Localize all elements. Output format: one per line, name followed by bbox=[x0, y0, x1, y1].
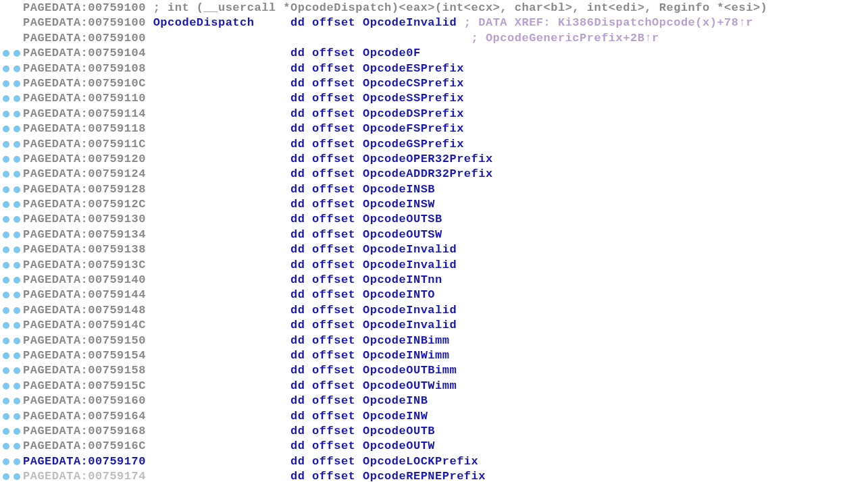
breakpoint-dot-icon[interactable] bbox=[3, 383, 9, 390]
address[interactable]: PAGEDATA:00759108 bbox=[23, 62, 153, 75]
opcode-symbol[interactable]: OpcodeSSPrefix bbox=[363, 92, 464, 105]
gutter[interactable] bbox=[0, 409, 23, 424]
gutter[interactable] bbox=[0, 91, 23, 106]
address[interactable]: PAGEDATA:00759124 bbox=[23, 167, 153, 180]
opcode-symbol[interactable]: OpcodeInvalid bbox=[363, 16, 457, 29]
breakpoint-dot-icon[interactable] bbox=[3, 246, 9, 253]
opcode-symbol[interactable]: OpcodeDSPrefix bbox=[363, 107, 464, 120]
trace-dot-icon[interactable] bbox=[14, 428, 20, 435]
trace-dot-icon[interactable] bbox=[14, 322, 20, 329]
trace-dot-icon[interactable] bbox=[14, 246, 20, 253]
trace-dot-icon[interactable] bbox=[14, 443, 20, 450]
breakpoint-dot-icon[interactable] bbox=[3, 307, 9, 314]
gutter[interactable] bbox=[0, 303, 23, 318]
trace-dot-icon[interactable] bbox=[14, 398, 20, 404]
listing-row[interactable]: PAGEDATA:0075913C dd offset OpcodeInvali… bbox=[0, 258, 868, 273]
address[interactable]: PAGEDATA:00759150 bbox=[23, 334, 153, 347]
address[interactable]: PAGEDATA:00759110 bbox=[23, 92, 153, 105]
address[interactable]: PAGEDATA:00759144 bbox=[23, 288, 153, 301]
listing-row[interactable]: PAGEDATA:00759114 dd offset OpcodeDSPref… bbox=[0, 107, 868, 122]
symbol-label[interactable]: OpcodeDispatch bbox=[153, 16, 255, 29]
address[interactable]: PAGEDATA:0075910C bbox=[23, 77, 153, 90]
address[interactable]: PAGEDATA:0075912C bbox=[23, 198, 153, 211]
breakpoint-dot-icon[interactable] bbox=[3, 428, 9, 435]
opcode-symbol[interactable]: OpcodeINTO bbox=[363, 288, 435, 301]
address[interactable]: PAGEDATA:00759148 bbox=[23, 304, 153, 317]
breakpoint-dot-icon[interactable] bbox=[3, 277, 9, 284]
breakpoint-dot-icon[interactable] bbox=[3, 262, 9, 269]
trace-dot-icon[interactable] bbox=[14, 111, 20, 117]
listing-row[interactable]: PAGEDATA:00759144 dd offset OpcodeINTO bbox=[0, 288, 868, 302]
address[interactable]: PAGEDATA:00759120 bbox=[23, 153, 153, 165]
breakpoint-dot-icon[interactable] bbox=[3, 156, 9, 163]
trace-dot-icon[interactable] bbox=[14, 216, 20, 223]
trace-dot-icon[interactable] bbox=[14, 367, 20, 374]
address[interactable]: PAGEDATA:00759160 bbox=[23, 394, 153, 407]
opcode-symbol[interactable]: OpcodeOUTB bbox=[363, 425, 435, 437]
gutter[interactable] bbox=[0, 122, 23, 136]
xref-comment[interactable]: ; OpcodeGenericPrefix+2B↑r bbox=[471, 32, 659, 45]
address[interactable]: PAGEDATA:0075913C bbox=[23, 259, 153, 271]
opcode-symbol[interactable]: OpcodeOUTSW bbox=[363, 228, 442, 241]
opcode-symbol[interactable]: OpcodeINSW bbox=[363, 198, 435, 211]
breakpoint-dot-icon[interactable] bbox=[3, 50, 9, 57]
listing-row[interactable]: PAGEDATA:0075914C dd offset OpcodeInvali… bbox=[0, 318, 868, 333]
breakpoint-dot-icon[interactable] bbox=[3, 352, 9, 359]
opcode-symbol[interactable]: OpcodeREPNEPrefix bbox=[363, 470, 486, 482]
gutter[interactable] bbox=[0, 348, 23, 363]
breakpoint-dot-icon[interactable] bbox=[3, 322, 9, 329]
xref-comment[interactable]: ; DATA XREF: Ki386DispatchOpcode(x)+78↑r bbox=[464, 16, 753, 29]
trace-dot-icon[interactable] bbox=[14, 201, 20, 208]
opcode-symbol[interactable]: OpcodeInvalid bbox=[363, 243, 457, 256]
gutter[interactable] bbox=[0, 288, 23, 302]
opcode-symbol[interactable]: OpcodeCSPrefix bbox=[363, 77, 464, 90]
listing-row[interactable]: PAGEDATA:00759108 dd offset OpcodeESPref… bbox=[0, 61, 868, 76]
opcode-symbol[interactable]: OpcodeGSPrefix bbox=[363, 138, 464, 151]
opcode-symbol[interactable]: OpcodeINTnn bbox=[363, 273, 442, 286]
trace-dot-icon[interactable] bbox=[14, 413, 20, 420]
breakpoint-dot-icon[interactable] bbox=[3, 216, 9, 223]
address[interactable]: PAGEDATA:00759104 bbox=[23, 47, 153, 59]
trace-dot-icon[interactable] bbox=[14, 458, 20, 465]
listing-row[interactable]: PAGEDATA:00759104 dd offset Opcode0F bbox=[0, 46, 868, 61]
breakpoint-dot-icon[interactable] bbox=[3, 111, 9, 117]
gutter[interactable] bbox=[0, 137, 23, 152]
opcode-symbol[interactable]: OpcodeINBimm bbox=[363, 334, 449, 347]
trace-dot-icon[interactable] bbox=[14, 262, 20, 269]
disassembly-listing[interactable]: PAGEDATA:00759100 ; int (__usercall *Opc… bbox=[0, 0, 868, 482]
opcode-symbol[interactable]: OpcodeOUTWimm bbox=[363, 379, 457, 392]
trace-dot-icon[interactable] bbox=[14, 126, 20, 132]
trace-dot-icon[interactable] bbox=[14, 352, 20, 359]
listing-row[interactable]: PAGEDATA:00759148 dd offset OpcodeInvali… bbox=[0, 303, 868, 318]
address[interactable]: PAGEDATA:00759130 bbox=[23, 213, 153, 225]
trace-dot-icon[interactable] bbox=[14, 141, 20, 148]
trace-dot-icon[interactable] bbox=[14, 95, 20, 102]
trace-dot-icon[interactable] bbox=[14, 80, 20, 87]
opcode-symbol[interactable]: OpcodeOUTSB bbox=[363, 213, 442, 225]
listing-row[interactable]: PAGEDATA:00759128 dd offset OpcodeINSB bbox=[0, 182, 868, 197]
breakpoint-dot-icon[interactable] bbox=[3, 171, 9, 178]
listing-row[interactable]: PAGEDATA:00759134 dd offset OpcodeOUTSW bbox=[0, 227, 868, 242]
address[interactable]: PAGEDATA:00759100 bbox=[23, 1, 153, 14]
gutter[interactable] bbox=[0, 439, 23, 454]
address[interactable]: PAGEDATA:00759138 bbox=[23, 243, 153, 256]
gutter[interactable] bbox=[0, 227, 23, 242]
listing-row[interactable]: PAGEDATA:00759100 ; int (__usercall *Opc… bbox=[0, 1, 868, 16]
listing-row[interactable]: PAGEDATA:0075910C dd offset OpcodeCSPref… bbox=[0, 76, 868, 91]
breakpoint-dot-icon[interactable] bbox=[3, 80, 9, 87]
listing-row[interactable]: PAGEDATA:00759170 dd offset OpcodeLOCKPr… bbox=[0, 454, 868, 469]
opcode-symbol[interactable]: OpcodeOUTW bbox=[363, 439, 435, 452]
breakpoint-dot-icon[interactable] bbox=[3, 443, 9, 450]
listing-row[interactable]: PAGEDATA:00759138 dd offset OpcodeInvali… bbox=[0, 242, 868, 257]
listing-row[interactable]: PAGEDATA:00759150 dd offset OpcodeINBimm bbox=[0, 333, 868, 348]
breakpoint-dot-icon[interactable] bbox=[3, 413, 9, 420]
gutter[interactable] bbox=[0, 258, 23, 273]
address[interactable]: PAGEDATA:00759168 bbox=[23, 425, 153, 437]
trace-dot-icon[interactable] bbox=[14, 383, 20, 390]
listing-row[interactable]: PAGEDATA:00759124 dd offset OpcodeADDR32… bbox=[0, 167, 868, 182]
address[interactable]: PAGEDATA:00759174 bbox=[23, 470, 153, 482]
address[interactable]: PAGEDATA:00759134 bbox=[23, 228, 153, 241]
gutter[interactable] bbox=[0, 46, 23, 61]
opcode-symbol[interactable]: OpcodeINWimm bbox=[363, 349, 449, 362]
address[interactable]: PAGEDATA:00759118 bbox=[23, 122, 153, 135]
